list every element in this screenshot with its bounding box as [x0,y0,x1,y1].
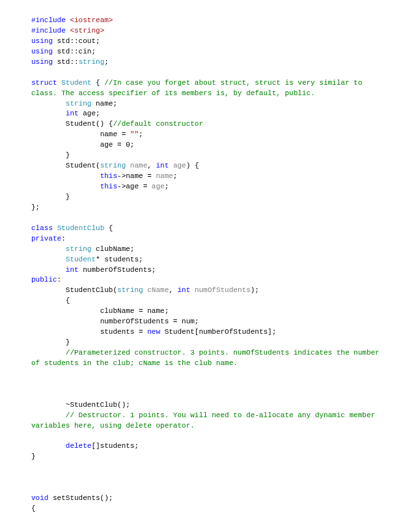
code-line: using std::cin; [31,48,96,55]
text: ; [173,172,178,180]
header: <string> [70,27,104,35]
text: clubName; [91,245,134,253]
string: "" [130,130,139,138]
code-line: students = new Student[numberOfStudents]… [31,328,276,336]
text: StudentClub( [31,286,117,294]
type: string [79,58,105,66]
code-line: numberOfStudents = num; [31,317,199,325]
code-line: #include <iostream> [31,16,113,24]
code-line: int age; [31,110,100,117]
code-line: StudentClub(string cName, int numOfStude… [31,286,259,294]
keyword: void [31,494,48,502]
code-line: this->age = age; [31,183,169,190]
text [169,162,173,169]
text [31,172,100,180]
code-line: string name; [31,100,117,108]
code-line: Student(string name, int age) { [31,162,199,169]
keyword: private [31,235,61,243]
type: Student [66,256,96,263]
code-line: private: [31,235,66,243]
text: ; [139,130,143,138]
text: : [57,276,62,284]
text [31,110,66,117]
code-line: this->name = name; [31,172,177,180]
type: StudentClub [57,224,105,232]
text [31,266,66,274]
text: { [91,79,104,87]
type: string [66,245,92,253]
text [190,286,195,294]
code-line: } [31,193,70,201]
comment: //Parameterized constructor. 3 points. n… [31,349,384,367]
code-line: using std::cout; [31,37,100,45]
keyword: this [100,172,117,180]
code-line: Student* students; [31,256,143,263]
text: , [169,286,177,294]
keyword: int [66,266,79,274]
code-line: }; [31,203,40,211]
text: name = [31,130,130,138]
keyword: int [177,286,190,294]
header: <iostream> [70,16,113,24]
keyword: new [147,328,160,336]
keyword: public [31,276,57,284]
keyword: using [31,58,53,66]
text: Student[numberOfStudents]; [160,328,276,336]
text [31,183,100,190]
keyword: using [31,48,53,55]
code-line: struct Student { //In case you forget ab… [31,79,367,97]
keyword: struct [31,79,57,87]
text [53,224,57,232]
text: setStudents(); [48,494,113,502]
code-line: } [31,452,36,460]
param: age [152,183,165,190]
text: ->age = [117,183,152,190]
text: age; [79,110,100,117]
text: ; [165,183,169,190]
keyword: class [31,224,53,232]
keyword: delete [66,442,92,450]
code-line: { [31,297,70,304]
code-line: class StudentClub { [31,224,113,232]
code-line: { [31,505,36,512]
code-line: using std::string; [31,58,109,66]
code-line: int numberOfStudents; [31,266,156,274]
code-line: public: [31,276,61,284]
text: numberOfStudents; [79,266,156,274]
type: string [100,162,126,169]
code-line: } [31,151,70,159]
text: std::cout; [53,37,100,45]
comment: //default constructor [113,120,203,128]
text [31,256,66,263]
keyword: using [31,37,53,45]
text: Student() { [31,120,113,128]
text: : [61,235,66,243]
code-line: string clubName; [31,245,134,253]
param: age [173,162,186,169]
comment: // Destructor. 1 points. You will need t… [31,411,380,430]
type: Student [61,79,91,87]
code-line: Student() {//default constructor [31,120,203,128]
text: , [147,162,156,169]
text [126,162,130,169]
param: numOfStudents [195,286,251,294]
code-line: } [31,338,70,346]
text: ; [104,58,109,66]
keyword: #include [31,27,66,35]
param: name [156,172,173,180]
text [31,442,66,450]
text [31,245,66,253]
param: name [130,162,147,169]
type: string [66,100,92,108]
code-block: #include <iostream> #include <string> us… [31,16,389,515]
text: []students; [91,442,139,450]
param: cName [147,286,169,294]
code-line: name = ""; [31,130,143,138]
code-line: void setStudents(); [31,494,113,502]
text: ->name = [117,172,156,180]
type: string [117,286,143,294]
keyword: #include [31,16,66,24]
text: * students; [96,256,143,263]
code-line: delete[]students; [31,442,139,450]
text: name; [91,100,117,108]
